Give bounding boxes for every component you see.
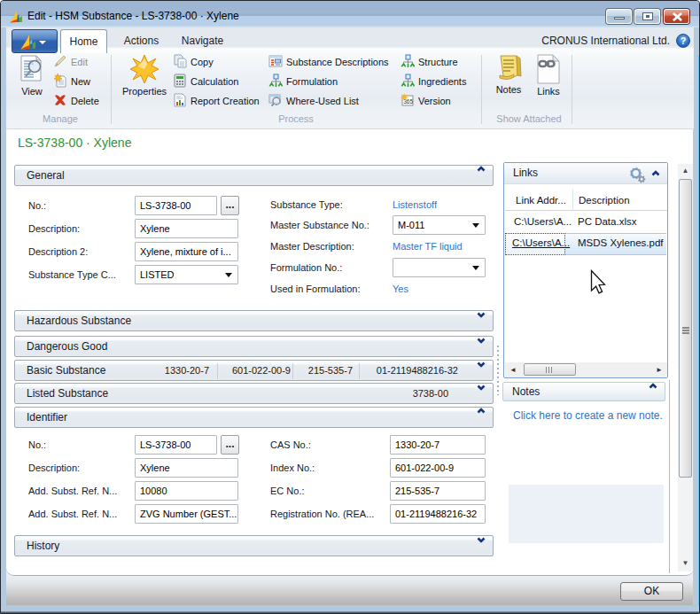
svg-text:365: 365 bbox=[403, 98, 413, 105]
